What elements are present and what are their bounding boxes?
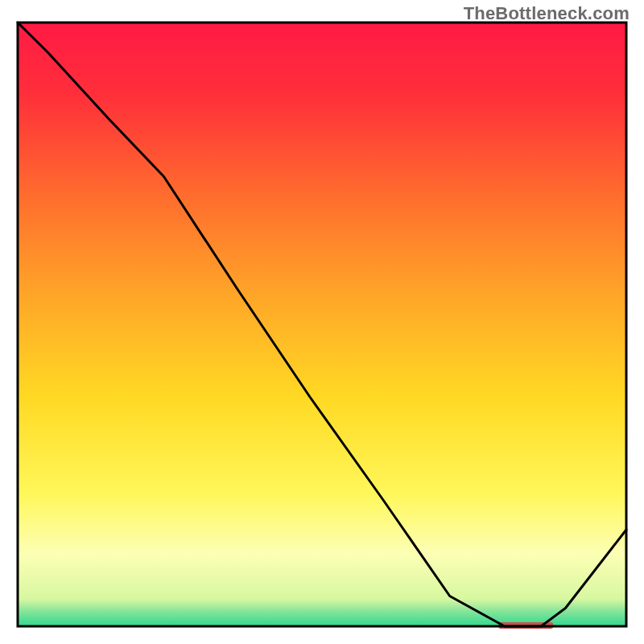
chart-stage: TheBottleneck.com — [0, 0, 644, 644]
gradient-background — [18, 23, 626, 626]
bottleneck-chart — [0, 0, 644, 644]
watermark-text: TheBottleneck.com — [464, 3, 630, 24]
